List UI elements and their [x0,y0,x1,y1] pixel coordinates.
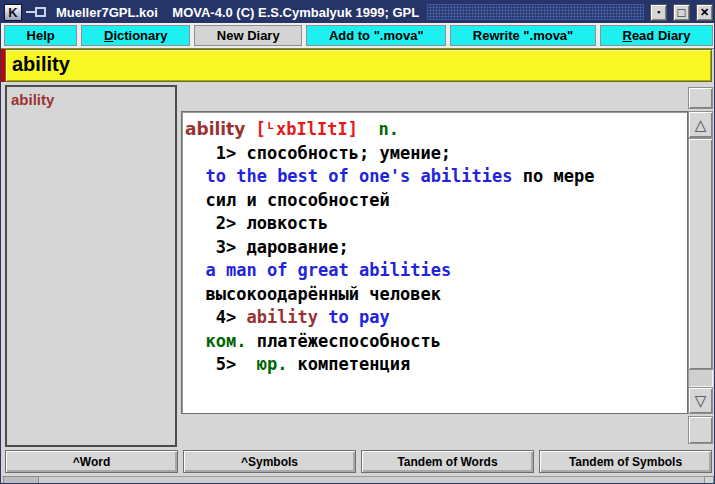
entry-line: 2> ловкость [185,212,684,236]
window-title: Mueller7GPL.koi MOVA-4.0 (C) E.S.Cymbaly… [52,5,423,20]
entry-line: сил и способностей [185,189,684,213]
scrollbar-thumb[interactable] [688,138,713,370]
entry-segment-example: to the best of one's abilities [205,166,512,186]
menu-button-read-diary[interactable]: Read Diary [600,25,713,46]
entry-line: 5> юр. компетенция [185,353,684,377]
entry-line: высокоодарённый человек [185,283,684,307]
k-menu-icon[interactable]: K [4,4,22,21]
entry-segment-plain: компетенция [287,354,410,374]
entry-segment-example: to pay [328,307,389,327]
entry-line: to the best of one's abilities по мере [185,165,684,189]
entry-segment-plain: 5> [185,354,257,374]
pushpin-head [35,7,46,17]
entry-line: ком. платёжеспособность [185,330,684,354]
entry-text-panel[interactable]: ability [ᴸxbIlItI] n. 1> способность; ум… [181,111,688,414]
close-icon[interactable]: ✕ [696,4,713,21]
word-list-panel[interactable]: ability [5,85,177,447]
entry-segment-plain: 1> способность; умение; [185,143,451,163]
vertical-scrollbar[interactable]: △ ▽ [688,111,713,414]
word-list-item[interactable]: ability [11,90,171,109]
symbols-search-button[interactable]: ^Symbols [183,450,356,473]
entry-segment-plain: платёжеспособность [246,331,440,351]
entry-segment-plain: 2> ловкость [185,213,328,233]
minimize-icon[interactable]: ▪ [650,4,667,21]
menu-button-new-diary[interactable]: New Diary [194,25,302,46]
horizontal-scrollbar[interactable] [2,476,714,484]
entry-segment-plain [185,260,205,280]
entry-segment-transcription: [ᴸxbIlItI] [256,119,358,139]
app-window: K Mueller7GPL.koi MOVA-4.0 (C) E.S.Cymba… [0,0,715,484]
entry-segment-plain [358,119,378,139]
tandem-of-symbols-button[interactable]: Tandem of Symbols [539,450,712,473]
hscrollbar-thumb[interactable] [3,476,39,484]
maximize-icon[interactable]: □ [673,4,690,21]
entry-line: 1> способность; умение; [185,142,684,166]
menu-button-add-to-mova[interactable]: Add to ".mova" [306,25,446,46]
scroll-top-button[interactable] [688,87,713,109]
menu-bar: HelpDictionaryNew DiaryAdd to ".mova"Rew… [1,23,715,49]
entry-segment-plain: по мере [513,166,595,186]
tandem-of-words-button[interactable]: Tandem of Words [361,450,534,473]
entry-segment-plain: 4> [185,307,246,327]
entry-segment-pos: n. [378,119,398,139]
entry-line: ability [ᴸxbIlItI] n. [185,118,684,142]
entry-segment-mark: ком. [205,331,246,351]
scroll-up-icon[interactable]: △ [688,111,713,138]
entry-line: 3> дарование; [185,236,684,260]
titlebar-stipple[interactable] [427,4,644,20]
pushpin-needle [26,11,35,13]
scrollbar-trough[interactable] [688,138,713,387]
menu-button-help[interactable]: Help [4,25,77,46]
menu-button-rewrite-mova[interactable]: Rewrite ".mova" [450,25,596,46]
scroll-bottom-button[interactable] [688,416,713,444]
entry-segment-plain: высокоодарённый человек [185,284,441,304]
entry-line: a man of great abilities [185,259,684,283]
entry-segment-example: a man of great abilities [205,260,451,280]
word-search-button[interactable]: ^Word [5,450,178,473]
scroll-down-icon[interactable]: ▽ [688,387,713,414]
menu-button-dictionary[interactable]: Dictionary [81,25,190,46]
entry-segment-plain [185,166,205,186]
entry-segment-headword: ability [185,119,245,139]
entry-segment-mark: юр. [257,354,288,374]
entry-segment-plain: сил и способностей [185,190,390,210]
entry-segment-plain [245,119,255,139]
pushpin-icon[interactable] [26,6,48,18]
entry-line: 4> ability to pay [185,306,684,330]
entry-segment-plain [318,307,328,327]
hscrollbar-end-button[interactable] [704,476,714,484]
entry-segment-hw-inline: ability [246,307,318,327]
entry-segment-plain: 3> дарование; [185,237,349,257]
title-bar: K Mueller7GPL.koi MOVA-4.0 (C) E.S.Cymba… [1,1,715,23]
entry-segment-plain [185,331,205,351]
search-input[interactable]: ability [5,49,712,82]
